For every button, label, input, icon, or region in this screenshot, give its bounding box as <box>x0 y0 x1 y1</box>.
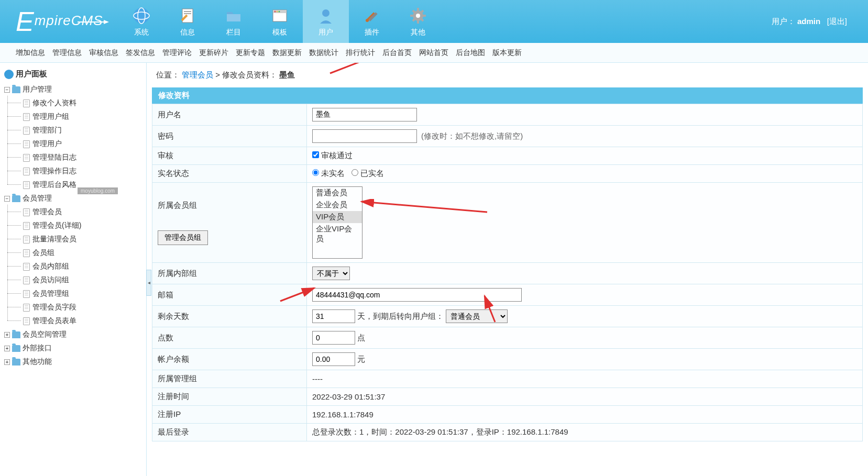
realname-radio-no[interactable] <box>312 169 319 176</box>
window-icon <box>270 6 290 26</box>
tree-toggle[interactable]: + <box>4 332 10 338</box>
tree-item: 管理用户组 <box>16 109 142 123</box>
subnav-item[interactable]: 排行统计 <box>346 48 375 58</box>
nav-信息[interactable]: 信息 <box>164 0 211 43</box>
tree-toggle[interactable]: + <box>4 359 10 365</box>
svg-point-14 <box>322 9 329 17</box>
tree-link[interactable]: 管理后台风格 <box>32 180 76 189</box>
tree-group: +会员空间管理 <box>4 327 142 341</box>
svg-rect-8 <box>227 14 240 21</box>
tree-link[interactable]: 管理会员字段 <box>32 303 76 311</box>
file-icon <box>23 222 30 230</box>
password-note: (修改时：如不想修改,请留空) <box>421 131 523 140</box>
subnav-item[interactable]: 管理信息 <box>52 48 82 58</box>
svg-point-13 <box>279 11 280 13</box>
tree-toggle[interactable]: − <box>4 196 10 202</box>
tree-toggle[interactable]: − <box>4 87 10 93</box>
realname-radio-yes[interactable] <box>351 169 358 176</box>
svg-point-12 <box>277 11 278 13</box>
tree-item: 管理会员表单 <box>16 314 142 327</box>
content: 位置： 管理会员 > 修改会员资料： 墨鱼 修改资料 用户名 密码 (修改时：如… <box>147 63 868 476</box>
group-option[interactable]: VIP会员 <box>313 211 362 223</box>
nav-其他[interactable]: 其他 <box>395 0 441 43</box>
file-icon <box>23 276 30 284</box>
tree-link[interactable]: 会员管理组 <box>32 289 69 297</box>
group-option[interactable]: 普通会员 <box>313 187 362 199</box>
tree-link[interactable]: 会员内部组 <box>32 262 69 270</box>
main: 用户面板 −用户管理修改个人资料管理用户组管理部门管理用户管理登陆日志管理操作日… <box>0 63 868 476</box>
balance-label: 帐户余额 <box>152 349 307 370</box>
email-input[interactable] <box>312 288 522 302</box>
group-cell: 所属会员组 管理会员组 <box>152 183 307 263</box>
nav-模板[interactable]: 模板 <box>257 0 303 43</box>
breadcrumb-link[interactable]: 管理会员 <box>182 70 213 79</box>
subnav-item[interactable]: 更新碎片 <box>199 48 228 58</box>
subnav-item[interactable]: 增加信息 <box>16 48 45 58</box>
nav-系统[interactable]: 系统 <box>118 0 164 43</box>
subnav-item[interactable]: 版本更新 <box>492 48 522 58</box>
innergroup-select[interactable]: 不属于 <box>312 267 350 280</box>
subnav-item[interactable]: 管理评论 <box>162 48 192 58</box>
globe-icon <box>131 6 151 26</box>
logout-link[interactable]: [退出] <box>827 17 847 26</box>
subnav-item[interactable]: 更新专题 <box>236 48 265 58</box>
subnav-item[interactable]: 后台首页 <box>382 48 412 58</box>
tree: −用户管理修改个人资料管理用户组管理部门管理用户管理登陆日志管理操作日志管理后台… <box>4 82 142 368</box>
tree-item: 会员访问组 <box>16 273 142 286</box>
tree-group-label[interactable]: 用户管理 <box>23 85 52 93</box>
tree-link[interactable]: 管理用户 <box>32 139 62 148</box>
tree-link[interactable]: 会员访问组 <box>32 275 69 284</box>
svg-point-17 <box>416 14 420 18</box>
subnav-item[interactable]: 网站首页 <box>419 48 448 58</box>
file-icon <box>23 99 30 107</box>
password-input[interactable] <box>312 129 417 143</box>
tree-item: 修改个人资料 <box>16 96 142 109</box>
subnav-item[interactable]: 数据统计 <box>309 48 338 58</box>
tree-item: 管理登陆日志 <box>16 150 142 164</box>
tree-link[interactable]: 批量清理会员 <box>32 235 76 243</box>
tree-toggle[interactable]: + <box>4 346 10 351</box>
nav-插件[interactable]: 插件 <box>349 0 395 43</box>
file-icon <box>23 290 30 298</box>
group-option[interactable]: 企业VIP会员 <box>313 223 362 245</box>
folder-icon <box>224 6 244 26</box>
remain-target-select[interactable]: 普通会员 <box>446 309 508 323</box>
tree-link[interactable]: 管理会员(详细) <box>32 221 81 229</box>
folder-icon <box>12 331 20 338</box>
tree-link[interactable]: 管理登陆日志 <box>32 153 76 161</box>
nav-用户[interactable]: 用户 <box>303 0 349 43</box>
username-input[interactable] <box>312 108 417 121</box>
audit-checkbox[interactable] <box>312 151 319 158</box>
group-option[interactable]: 企业会员 <box>313 199 362 211</box>
points-input[interactable] <box>312 331 355 345</box>
remain-input[interactable] <box>312 309 355 323</box>
tree-link[interactable]: 管理会员表单 <box>32 316 76 325</box>
tree-group-label[interactable]: 会员空间管理 <box>23 330 67 338</box>
regtime-label: 注册时间 <box>152 388 307 406</box>
password-label: 密码 <box>152 126 307 147</box>
tree-group-label[interactable]: 外部接口 <box>23 344 52 352</box>
nav-栏目[interactable]: 栏目 <box>211 0 257 43</box>
tree-link[interactable]: 修改个人资料 <box>32 98 76 107</box>
file-icon <box>23 304 30 312</box>
group-select[interactable]: 普通会员企业会员VIP会员企业VIP会员 <box>312 186 362 259</box>
tree-group-label[interactable]: 其他功能 <box>23 357 52 366</box>
panel-title: 用户面板 <box>4 69 142 79</box>
manage-group-button[interactable]: 管理会员组 <box>158 230 208 245</box>
tree-link[interactable]: 会员组 <box>32 248 54 257</box>
tree-link[interactable]: 管理操作日志 <box>32 167 76 175</box>
subnav-item[interactable]: 审核信息 <box>89 48 118 58</box>
tree-link[interactable]: 管理部门 <box>32 126 62 134</box>
svg-line-22 <box>413 10 415 13</box>
subnav-item[interactable]: 签发信息 <box>126 48 155 58</box>
gear-icon <box>408 6 428 26</box>
tree-link[interactable]: 管理用户组 <box>32 112 69 120</box>
tree-item: 会员内部组 <box>16 259 142 273</box>
username: admin <box>797 17 820 26</box>
tree-group-label[interactable]: 会员管理 <box>23 194 52 202</box>
balance-input[interactable] <box>312 352 355 366</box>
subnav-item[interactable]: 数据更新 <box>272 48 302 58</box>
tree-link[interactable]: 管理会员 <box>32 207 62 216</box>
form-panel: 修改资料 用户名 密码 (修改时：如不想修改,请留空) 审核 审核通过 实名状态 <box>152 87 863 441</box>
subnav-item[interactable]: 后台地图 <box>456 48 485 58</box>
